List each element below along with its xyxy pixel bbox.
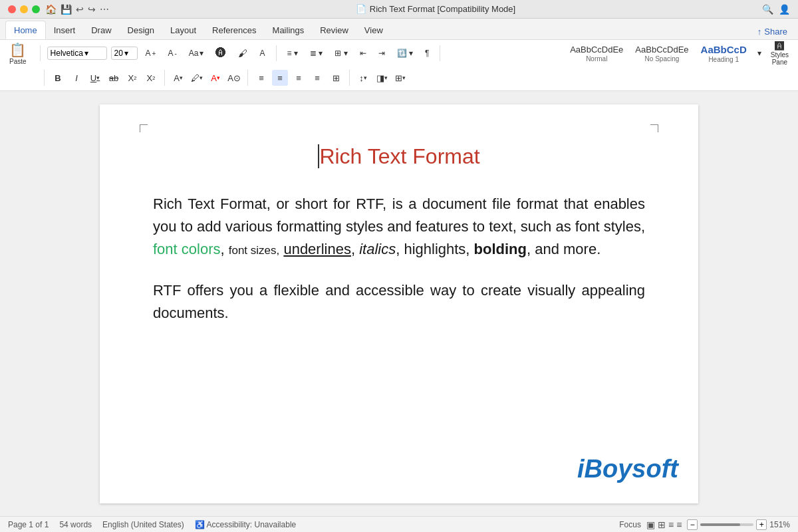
doc-title[interactable]: Rich Text Format — [153, 144, 645, 169]
language: English (United States) — [102, 520, 184, 529]
status-bar: Page 1 of 1 54 words English (United Sta… — [0, 516, 798, 532]
columns-button[interactable]: ⊞ — [328, 70, 344, 86]
align-center[interactable]: ≡ — [272, 70, 288, 86]
sort-button[interactable]: 🔃 ▾ — [393, 47, 417, 59]
tab-draw[interactable]: Draw — [83, 21, 119, 39]
line-spacing-button[interactable]: ↕ ▾ — [355, 70, 371, 86]
user-icon[interactable]: 👤 — [779, 4, 790, 15]
zoom-controls: − + 151% — [687, 519, 790, 530]
shading-button[interactable]: ◨ ▾ — [374, 70, 390, 86]
text-bold: bolding — [474, 241, 527, 257]
decrease-indent[interactable]: ⇤ — [356, 47, 370, 59]
italic-button[interactable]: I — [68, 70, 84, 86]
window-icon-1[interactable]: 🏠 — [45, 4, 57, 15]
sep-r2c — [247, 70, 248, 86]
more-styles-button[interactable]: ▾ — [753, 47, 765, 59]
web-layout-icon[interactable]: ⊞ — [658, 519, 666, 530]
title-bar-left: 🏠 💾 ↩ ↪ ⋯ — [8, 4, 109, 15]
font-color-button[interactable]: A▾ — [170, 70, 186, 86]
status-right: Focus ▣ ⊞ ≡ ≡ − + 151% — [619, 519, 790, 530]
ribbon-toolbar: 📋 Paste Helvetica ▾ 20 ▾ A+ A- Aa ▾ 🅐 🖌 … — [0, 40, 798, 91]
ribbon-row2: B I U ▾ ab X2 X2 A▾ 🖊▾ A▾ A⊙ ≡ ≡ ≡ ≡ ⊞ ↕… — [0, 66, 798, 90]
styles-pane-button[interactable]: 🅰 Styles Pane — [767, 39, 793, 67]
accessibility-label: ♿ Accessibility: Unavailable — [195, 520, 296, 529]
zoom-in-button[interactable]: + — [756, 519, 767, 530]
sep3 — [440, 45, 440, 61]
text-italic: italics — [359, 241, 396, 257]
text-clear-format[interactable]: A — [255, 47, 269, 59]
window-icon-redo[interactable]: ↪ — [88, 4, 96, 15]
minimize-button[interactable] — [20, 5, 28, 13]
tab-review[interactable]: Review — [312, 21, 356, 39]
window-icon-undo[interactable]: ↩ — [76, 4, 84, 15]
font-name-dropdown[interactable]: Helvetica ▾ — [47, 47, 107, 60]
show-marks-button[interactable]: ¶ — [421, 47, 433, 59]
zoom-level: 151% — [769, 520, 790, 529]
tab-view[interactable]: View — [356, 21, 391, 39]
strikethrough-button[interactable]: ab — [106, 70, 122, 86]
doc-paragraph1[interactable]: Rich Text Format, or short for RTF, is a… — [153, 193, 645, 261]
tab-mailings[interactable]: Mailings — [265, 21, 313, 39]
styles-panel: AaBbCcDdEe Normal AaBbCcDdEe No Spacing … — [565, 39, 793, 67]
title-bar-right: 🔍 👤 — [762, 4, 790, 15]
font-shrink-button[interactable]: A- — [164, 47, 180, 59]
numbering-button[interactable]: ≣ ▾ — [306, 47, 327, 59]
share-button[interactable]: ↑ Share — [752, 24, 793, 39]
focus-label[interactable]: Focus — [619, 520, 641, 529]
underline-button[interactable]: U ▾ — [87, 70, 103, 86]
maximize-button[interactable] — [32, 5, 40, 13]
window-icon-save[interactable]: 💾 — [61, 4, 72, 15]
tab-insert[interactable]: Insert — [46, 21, 84, 39]
zoom-out-button[interactable]: − — [687, 519, 698, 530]
change-case-button[interactable]: Aa ▾ — [185, 47, 208, 59]
text-green: font colors — [153, 241, 221, 257]
tab-layout[interactable]: Layout — [162, 21, 204, 39]
paste-button[interactable]: 📋 Paste — [5, 41, 31, 66]
title-bar: 🏠 💾 ↩ ↪ ⋯ 📄 Rich Text Format [Compatibil… — [0, 0, 798, 19]
borders-button[interactable]: ⊞ ▾ — [392, 70, 408, 86]
ribbon-row1: 📋 Paste Helvetica ▾ 20 ▾ A+ A- Aa ▾ 🅐 🖌 … — [0, 40, 798, 66]
align-left[interactable]: ≡ — [253, 70, 269, 86]
chevron-icon: ▾ — [84, 49, 88, 58]
print-layout-icon[interactable]: ▣ — [646, 519, 655, 530]
font-color2-button[interactable]: A▾ — [207, 70, 223, 86]
align-right[interactable]: ≡ — [291, 70, 307, 86]
corner-mark-tl — [140, 124, 148, 132]
outline-view-icon[interactable]: ≡ — [668, 519, 674, 530]
font-grow-button[interactable]: A+ — [142, 47, 160, 59]
window-icon-more[interactable]: ⋯ — [100, 4, 109, 15]
tab-design[interactable]: Design — [120, 21, 162, 39]
sep-r2d — [349, 70, 350, 86]
highlight-button[interactable]: 🅐 — [211, 46, 230, 61]
bullets-button[interactable]: ≡ ▾ — [283, 47, 302, 59]
bold-button[interactable]: B — [50, 70, 66, 86]
paste-area: 📋 Paste — [5, 41, 31, 66]
text-small: font sizes, — [229, 244, 280, 257]
multilevel-list[interactable]: ⊞ ▾ — [331, 47, 351, 59]
clear-formatting-button[interactable]: A⊙ — [226, 70, 242, 86]
sep-r2b — [164, 70, 165, 86]
text-highlight-button[interactable]: 🖊▾ — [189, 70, 205, 86]
watermark: iBoysoft — [577, 455, 678, 483]
window-title: Rich Text Format [Compatibility Mode] — [370, 4, 515, 14]
increase-indent[interactable]: ⇥ — [374, 47, 389, 59]
tab-references[interactable]: References — [204, 21, 264, 39]
close-button[interactable] — [8, 5, 16, 13]
style-normal[interactable]: AaBbCcDdEe Normal — [565, 43, 628, 64]
traffic-lights — [8, 5, 40, 13]
align-justify[interactable]: ≡ — [309, 70, 325, 86]
subscript-button[interactable]: X2 — [124, 70, 140, 86]
draft-view-icon[interactable]: ≡ — [676, 519, 682, 530]
search-icon[interactable]: 🔍 — [762, 4, 773, 15]
superscript-button[interactable]: X2 — [143, 70, 159, 86]
tab-home[interactable]: Home — [5, 21, 46, 39]
font-size-dropdown[interactable]: 20 ▾ — [111, 47, 138, 60]
page-count: Page 1 of 1 — [8, 520, 49, 529]
sep-r2 — [44, 70, 45, 86]
style-heading1[interactable]: AaBbCcD Heading 1 — [696, 43, 752, 65]
zoom-slider[interactable] — [700, 523, 753, 526]
format-paint-button[interactable]: 🖌 — [234, 47, 251, 60]
zoom-slider-fill — [700, 523, 740, 526]
style-no-spacing[interactable]: AaBbCcDdEe No Spacing — [630, 43, 694, 64]
doc-paragraph2[interactable]: RTF offers you a flexible and accessible… — [153, 279, 645, 325]
